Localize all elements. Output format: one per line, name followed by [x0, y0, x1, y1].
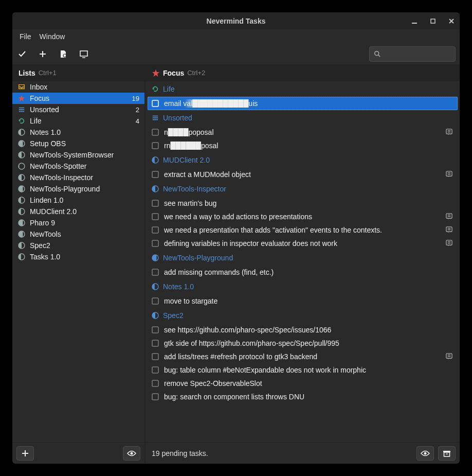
section-header[interactable]: Notes 1.0 — [146, 279, 460, 294]
task-checkbox[interactable] — [152, 100, 159, 107]
task-row[interactable]: bug: table column #beNotExpandable does … — [146, 363, 460, 377]
lists-title: Lists — [19, 69, 35, 77]
list-row[interactable]: NewTools-Spotter — [12, 161, 144, 172]
minimize-button[interactable] — [409, 16, 420, 26]
task-row[interactable]: remove Spec2-ObservableSlot — [146, 377, 460, 390]
list-row[interactable]: Life4 — [12, 115, 144, 127]
notes-icon[interactable] — [445, 128, 453, 136]
task-row[interactable]: add lists/trees #refresh protocol to gtk… — [146, 350, 460, 363]
list-row[interactable]: Unsorted2 — [12, 104, 144, 115]
task-row[interactable]: extract a MUDModel object — [146, 168, 460, 181]
archive-button[interactable] — [438, 446, 456, 461]
visibility-button[interactable] — [123, 446, 140, 461]
notes-icon[interactable] — [445, 239, 453, 248]
list-label: Tasks 1.0 — [30, 253, 139, 261]
list-row[interactable]: Linden 1.0 — [12, 195, 144, 206]
task-checkbox[interactable] — [152, 142, 159, 149]
list-row[interactable]: NewTools-Playground — [12, 183, 144, 195]
task-checkbox[interactable] — [152, 213, 159, 220]
task-row[interactable]: we need a presentation that adds "activa… — [146, 223, 460, 237]
list-row[interactable]: Pharo 9 — [12, 217, 144, 228]
task-row[interactable]: n████poposal — [146, 126, 460, 139]
task-row[interactable]: we need a way to add actions to presenta… — [146, 210, 460, 223]
notes-icon[interactable] — [445, 226, 453, 234]
content: Lists Ctrl+1 InboxFocus19Unsorted2Life4N… — [12, 64, 460, 464]
svg-rect-3 — [80, 51, 87, 56]
task-checkbox[interactable] — [152, 240, 159, 247]
task-row[interactable]: move to stargate — [146, 294, 460, 308]
monitor-icon[interactable] — [78, 48, 89, 60]
task-checkbox[interactable] — [152, 171, 159, 178]
section-header[interactable]: Unsorted — [146, 110, 460, 126]
menu-file[interactable]: File — [15, 31, 35, 42]
list-row[interactable]: MUDClient 2.0 — [12, 206, 144, 217]
titlebar[interactable]: Nevermind Tasks — [12, 12, 460, 29]
section-header[interactable]: NewTools-Inspector — [146, 181, 460, 197]
notes-icon[interactable] — [445, 170, 453, 179]
notes-icon[interactable] — [445, 352, 453, 361]
moon-50-icon — [17, 241, 26, 250]
task-row[interactable]: rn██████posal — [146, 139, 460, 152]
section-header[interactable]: NewTools-Playground — [146, 250, 460, 266]
task-checkbox[interactable] — [152, 129, 159, 136]
lists-pane: Lists Ctrl+1 InboxFocus19Unsorted2Life4N… — [12, 64, 146, 464]
task-checkbox[interactable] — [152, 393, 159, 400]
tasks-visibility-button[interactable] — [416, 446, 434, 461]
section-header[interactable]: Spec2 — [146, 308, 460, 323]
list-row[interactable]: Setup OBS — [12, 138, 144, 149]
task-checkbox[interactable] — [152, 366, 159, 374]
task-row[interactable]: add missing commands (find, etc.) — [146, 266, 460, 279]
lists-shortcut: Ctrl+1 — [39, 69, 57, 77]
task-checkbox[interactable] — [152, 226, 159, 234]
task-checkbox[interactable] — [152, 326, 159, 333]
list-row[interactable]: Spec2 — [12, 240, 144, 251]
task-label: see https://github.com/pharo-spec/Spec/i… — [164, 326, 453, 334]
note-search-icon[interactable] — [58, 48, 69, 60]
task-row[interactable]: see https://github.com/pharo-spec/Spec/i… — [146, 323, 460, 337]
task-label: bug: search on component lists throws DN… — [164, 393, 453, 401]
search-input[interactable] — [384, 50, 460, 58]
task-label: add missing commands (find, etc.) — [164, 268, 453, 276]
list-row[interactable]: NewTools — [12, 228, 144, 240]
plus-icon[interactable] — [37, 48, 48, 60]
task-row[interactable]: defining variables in inspector evaluato… — [146, 237, 460, 250]
focus-title: Focus — [163, 69, 184, 77]
task-row[interactable]: bug: search on component lists throws DN… — [146, 390, 460, 403]
search-box[interactable] — [369, 46, 456, 62]
list-row[interactable]: Notes 1.0 — [12, 127, 144, 138]
svg-rect-7 — [19, 111, 25, 112]
task-checkbox[interactable] — [152, 380, 159, 387]
lists[interactable]: InboxFocus19Unsorted2Life4Notes 1.0Setup… — [12, 81, 144, 442]
task-checkbox[interactable] — [152, 200, 159, 207]
notes-icon[interactable] — [445, 213, 453, 221]
maximize-button[interactable] — [428, 16, 438, 26]
task-label: extract a MUDModel object — [164, 170, 440, 179]
menu-window[interactable]: Window — [35, 31, 69, 42]
list-label: Linden 1.0 — [30, 196, 139, 204]
app-window: Nevermind Tasks File Window — [12, 12, 460, 464]
list-row[interactable]: Focus19 — [12, 93, 144, 104]
task-label: gtk side of https://github.com/pharo-spe… — [164, 339, 453, 347]
list-row[interactable]: NewTools-SystemBrowser — [12, 149, 144, 161]
list-row[interactable]: Inbox — [12, 81, 144, 93]
svg-rect-46 — [153, 117, 158, 118]
task-checkbox[interactable] — [152, 269, 159, 276]
tasks[interactable]: Lifeemail val███████████uisUnsortedn████… — [146, 81, 460, 442]
task-checkbox[interactable] — [152, 353, 159, 360]
moon-10-icon — [17, 162, 26, 170]
list-row[interactable]: Tasks 1.0 — [12, 251, 144, 262]
section-header[interactable]: MUDClient 2.0 — [146, 152, 460, 168]
moon-50-icon — [152, 312, 159, 319]
task-row[interactable]: gtk side of https://github.com/pharo-spe… — [146, 337, 460, 350]
svg-rect-48 — [446, 129, 452, 134]
add-list-button[interactable] — [16, 446, 34, 461]
task-checkbox[interactable] — [152, 297, 159, 305]
section-header[interactable]: Life — [146, 81, 460, 97]
svg-rect-6 — [19, 109, 25, 110]
close-button[interactable] — [446, 16, 457, 26]
task-checkbox[interactable] — [152, 340, 159, 347]
task-row[interactable]: email val███████████uis — [148, 97, 458, 110]
list-row[interactable]: NewTools-Inspector — [12, 172, 144, 183]
task-row[interactable]: see martin's bug — [146, 197, 460, 210]
check-icon[interactable] — [16, 48, 28, 60]
